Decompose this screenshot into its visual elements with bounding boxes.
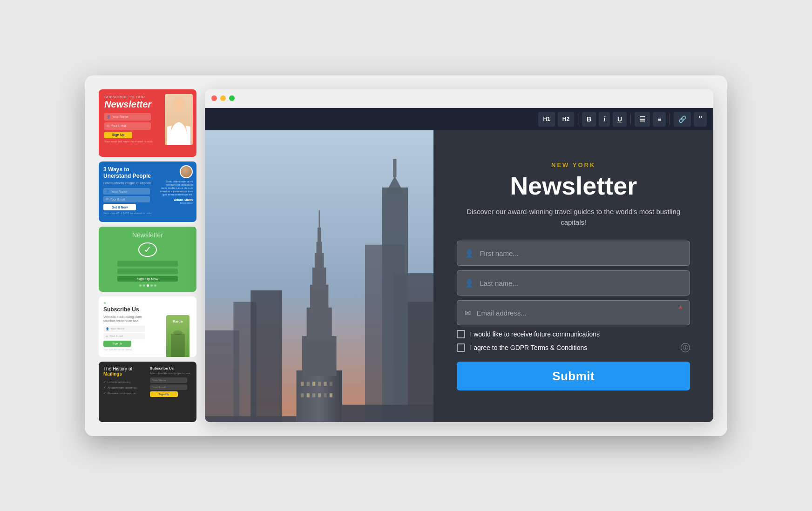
svg-rect-6 [250,290,282,422]
svg-rect-32 [324,393,327,397]
card3-input-bar2 [117,269,178,274]
minimize-button[interactable] [220,95,226,101]
card3-dot-2 [143,284,145,287]
toolbar-separator-3 [670,114,670,125]
card2-email-input: ✉ Your Email [103,196,150,202]
svg-rect-30 [312,393,315,397]
svg-rect-35 [342,404,434,422]
checkbox-gdpr-label: I agree to the GDPR Terms & Conditions [470,344,587,351]
checkbox-communications[interactable] [457,330,465,338]
svg-rect-22 [301,382,304,386]
heading1-btn[interactable]: H1 [538,112,555,127]
card4-tag: ✦ [103,301,155,305]
browser-window: H1 H2 B i U ☰ ≡ 🔗 " [205,89,713,422]
svg-rect-23 [307,382,310,386]
svg-rect-29 [307,393,310,397]
card1-note: Your email will never be shared or sold. [104,140,167,143]
card5-left-section: The History of Mailings ✓ Lobortis adipi… [103,366,146,417]
card3-checkmark: ✓ [138,242,157,257]
unordered-list-btn[interactable]: ☰ [635,112,650,127]
required-indicator: * [679,301,682,314]
newsletter-description: Discover our award-winning travel guides… [457,207,690,228]
quote-btn[interactable]: " [694,112,707,127]
svg-rect-1 [171,334,185,357]
svg-rect-19 [317,242,322,256]
maximize-button[interactable] [229,95,235,101]
first-name-input[interactable] [480,249,682,257]
card5-signup-btn[interactable]: Sign Up [150,391,178,397]
checkbox-communications-label: I would like to receive future communica… [470,330,600,338]
checkbox-gdpr[interactable] [457,343,465,352]
card4-name-input: 👤 Your Name [103,326,145,332]
card4-product-box: Kartra [166,315,189,357]
location-label: NEW YORK [457,161,690,168]
card5-feature-item: ✓ Aliquam nunc acctenqu [103,385,146,390]
card4-title: Subscribe Us [103,306,155,313]
svg-rect-31 [318,393,321,397]
card2-role: Developer [160,202,193,204]
city-background [205,130,433,422]
card2-avatar [180,165,193,178]
template-card-subscribe-white[interactable]: ✦ Subscribe Us Vehicula a adipiscing dia… [99,296,196,357]
gdpr-info-icon[interactable]: ⓘ [681,343,690,352]
svg-rect-27 [330,382,332,386]
svg-rect-20 [318,227,321,243]
card1-signup-btn[interactable]: Sign Up [104,132,132,138]
template-card-history-dark[interactable]: The History of Mailings ✓ Lobortis adipi… [99,362,196,422]
svg-rect-14 [302,336,337,376]
card5-email-input: Your Email [150,384,187,390]
svg-rect-9 [405,302,433,422]
card3-dot-1 [139,284,142,287]
newsletter-content: NEW YORK Newsletter Discover our award-w… [205,130,713,422]
card2-getit-btn[interactable]: Get It Now [103,204,136,210]
card1-person-image [165,94,193,145]
card2-subtitle: Lorem lobortis integre et adipisde. [103,181,157,185]
card4-product-image: Kartra [159,306,196,357]
svg-rect-12 [393,159,396,177]
underline-btn[interactable]: U [613,112,627,127]
card5-name-input: Your Name [150,377,187,383]
svg-point-2 [173,330,183,335]
email-input[interactable] [476,309,673,317]
card3-signup-btn[interactable]: Sign Up Now [117,276,178,282]
template-card-newsletter-green[interactable]: Newsletter ✓ Sign Up Now [99,227,196,292]
card2-name-input: 👤 Your Name [103,188,150,195]
svg-rect-24 [312,382,315,386]
link-btn[interactable]: 🔗 [674,112,691,127]
card3-input-bar [117,261,178,266]
card2-testimonial: Susto ullamcorper at mi interdum est ves… [160,165,193,205]
svg-point-0 [172,97,185,112]
close-button[interactable] [211,95,217,101]
newsletter-title: Newsletter [457,173,690,198]
card1-email-input: ✉ Your Email [104,122,151,130]
card3-pagination-dots [139,284,156,287]
card2-title: 3 Ways to Unerstand People [103,166,157,180]
ordered-list-btn[interactable]: ≡ [653,112,666,127]
template-card-3ways-blue[interactable]: 3 Ways to Unerstand People Lorem loborti… [99,161,196,222]
card4-signup-btn[interactable]: Sign Up [103,341,131,347]
card1-label: SUBSCRIBE TO OUR [104,95,167,99]
email-icon: ✉ [465,309,471,317]
svg-rect-21 [318,210,319,228]
newsletter-form-panel: NEW YORK Newsletter Discover our award-w… [433,130,713,422]
card4-email-input: ✉ Your Email [103,333,145,339]
person-icon-1: 👤 [465,249,474,258]
svg-rect-33 [330,393,332,397]
traffic-lights [211,95,235,101]
last-name-input[interactable] [480,279,682,287]
card1-name-input: 👤 Your Name [104,113,151,121]
checkbox-communications-row: I would like to receive future communica… [457,330,690,338]
bold-btn[interactable]: B [582,112,596,127]
card5-sub-text: A in culpadate suscipit parturient. [150,372,192,376]
template-card-newsletter-red[interactable]: SUBSCRIBE TO OUR Newsletter 👤 Your Name … [99,89,196,157]
submit-button[interactable]: Submit [457,362,690,390]
italic-btn[interactable]: i [599,112,610,127]
card2-note: Your data WILL NOT be shared or sold. [103,212,157,215]
card3-dot-4 [150,284,153,287]
svg-rect-10 [382,187,408,422]
svg-rect-17 [312,267,326,289]
heading2-btn[interactable]: H2 [558,112,574,127]
toolbar-separator-2 [630,114,631,125]
card5-feature-item: ✓ Posuere condimentum [103,390,146,396]
main-browser: H1 H2 B i U ☰ ≡ 🔗 " [205,89,713,422]
